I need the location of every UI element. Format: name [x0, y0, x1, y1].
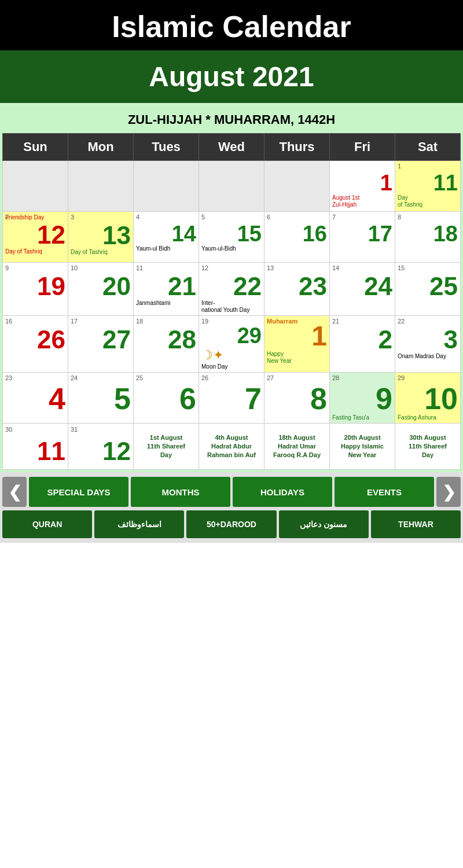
- date-sep4: 4: [5, 384, 65, 414]
- cell-sep6: 25 6: [134, 373, 199, 424]
- islamic-sep8: 27: [267, 374, 274, 381]
- cell-aug22: 12 22 Inter-national Youth Day: [199, 263, 264, 316]
- quran-link[interactable]: QURAN: [2, 510, 92, 538]
- cell-w6-wed-note: 4th AugustHadrat AbdurRahman bin Auf: [199, 424, 264, 470]
- masnoon-link[interactable]: مسنون دعائيں: [279, 510, 369, 538]
- hijri-month: ZUL-HIJJAH * MUHARRAM, 1442H: [2, 108, 461, 133]
- islamic-sep7: 26: [201, 374, 208, 381]
- months-button[interactable]: MONTHS: [131, 477, 230, 507]
- date-sep5: 5: [71, 384, 131, 414]
- cell-w6-mon: 31 12: [68, 424, 134, 470]
- date-aug26: 26: [5, 327, 65, 352]
- events-button[interactable]: EVENTS: [335, 477, 434, 507]
- event-aug29: Moon Day: [201, 363, 262, 370]
- date-sep2: 2: [332, 327, 392, 352]
- cell-sep5: 24 5: [68, 373, 134, 424]
- cell-w6-sun: 30 11: [3, 424, 68, 470]
- islamic-aug13: 3: [71, 214, 74, 220]
- cell-aug16: 6 16: [264, 212, 330, 263]
- day-header-wed: Wed: [199, 134, 264, 161]
- cell-aug19: 9 19: [3, 263, 68, 316]
- islamic-sep3: 22: [398, 318, 405, 325]
- islamic-aug22: 12: [201, 264, 208, 271]
- day-header-sun: Sun: [3, 134, 68, 161]
- date-sep3: 3: [398, 327, 458, 352]
- cell-w1-thu: [264, 161, 330, 212]
- islamic-aug18: 8: [398, 214, 401, 220]
- date-sep10: 10: [398, 384, 458, 414]
- date-aug20: 20: [71, 274, 131, 299]
- cell-aug25: 15 25: [395, 263, 461, 316]
- prev-arrow[interactable]: ❮: [2, 477, 27, 507]
- event-aug11-w1: Dayof Tashriq: [398, 194, 458, 208]
- date-sep1: 1: [267, 322, 327, 350]
- event-sep3: Onam Madras Day: [398, 353, 458, 360]
- islamic-sep2: 21: [332, 318, 339, 325]
- islamic-aug23: 13: [267, 264, 274, 271]
- islamic-aug25: 15: [398, 264, 405, 271]
- tehwar-link[interactable]: TEHWAR: [371, 510, 461, 538]
- day-header-fri: Fri: [330, 134, 395, 161]
- cell-aug29: 19 29 ☽✦ Moon Day: [199, 316, 264, 373]
- cell-aug26: 16 26: [3, 316, 68, 373]
- moon-icon: ☽✦: [201, 348, 262, 363]
- cell-w6-sat-note: 30th August11th ShareefDay: [395, 424, 461, 470]
- islamic-aug27: 17: [71, 318, 78, 325]
- date-sep6: 6: [136, 384, 196, 414]
- date-sep9: 9: [332, 384, 392, 414]
- event-aug1: August 1stZul-Hijjah: [332, 194, 392, 208]
- islamic-sep5: 24: [71, 374, 78, 381]
- nav-row: ❮ SPECIAL DAYS MONTHS HOLIDAYS EVENTS ❯: [2, 477, 461, 507]
- calendar-grid: Sun Mon Tues Wed Thurs Fri Sat 1 August …: [2, 133, 461, 470]
- islamic-aug28: 18: [136, 318, 143, 325]
- day-header-thurs: Thurs: [264, 134, 330, 161]
- date-aug28: 28: [136, 327, 196, 352]
- cell-aug17: 7 17: [330, 212, 395, 263]
- darood-link[interactable]: 50+DAROOD: [186, 510, 276, 538]
- date-aug22: 22: [201, 274, 262, 299]
- asma-link[interactable]: اسماءوظائف: [94, 510, 184, 538]
- cell-w1-mon: [68, 161, 134, 212]
- cell-aug28: 18 28: [134, 316, 199, 373]
- cell-sep9: 28 9 Fasting Tasu'a: [330, 373, 395, 424]
- date-aug18: 18: [398, 223, 458, 245]
- week-4: 16 26 17 27 18 28 19 29 ☽✦ Moon Day: [3, 316, 461, 373]
- next-arrow[interactable]: ❯: [436, 477, 461, 507]
- cell-aug21: 11 21 Janmashtami: [134, 263, 199, 316]
- date-aug1: 1: [332, 172, 392, 194]
- cell-aug15: 5 15 Yaum-ul-Bidh: [199, 212, 264, 263]
- cell-aug18: 8 18: [395, 212, 461, 263]
- date-w6-sun: 11: [5, 439, 65, 464]
- month-title: August 2021: [6, 61, 457, 93]
- cell-sep3: 22 3 Onam Madras Day: [395, 316, 461, 373]
- cell-sep7: 26 7: [199, 373, 264, 424]
- holidays-button[interactable]: HOLIDAYS: [233, 477, 332, 507]
- cell-aug20: 10 20: [68, 263, 134, 316]
- event-aug22: Inter-national Youth Day: [201, 300, 262, 314]
- cell-aug1: 1 August 1stZul-Hijjah: [330, 161, 395, 212]
- islamic-sep10: 29: [398, 374, 405, 381]
- islamic-aug11-w1: 1: [398, 163, 401, 170]
- date-aug17: 17: [332, 223, 392, 245]
- cell-aug27: 17 27: [68, 316, 134, 373]
- week-5: 23 4 24 5 25 6 26 7 27 8: [3, 373, 461, 424]
- cell-w1-tue: [134, 161, 199, 212]
- date-aug13: 13: [71, 223, 131, 248]
- cell-aug14: 4 14 Yaum-ul Bidh: [134, 212, 199, 263]
- islamic-sep4: 23: [5, 374, 12, 381]
- cell-w1-wed: [199, 161, 264, 212]
- date-aug29: 29: [201, 325, 262, 347]
- special-days-button[interactable]: SPECIAL DAYS: [29, 477, 128, 507]
- islamic-aug20: 10: [71, 264, 78, 271]
- cell-sep8: 27 8: [264, 373, 330, 424]
- date-aug14: 14: [136, 223, 196, 245]
- event-sep1: HappyNew Year: [267, 351, 327, 365]
- islamic-aug21: 11: [136, 264, 143, 271]
- date-aug21: 21: [136, 274, 196, 299]
- week-2: 2 Friendship Day 12 Day of Tashriq 3 13 …: [3, 212, 461, 263]
- note-w6-tue: 1st August11th ShareefDay: [147, 434, 185, 459]
- cell-w6-tue-note: 1st August11th ShareefDay: [134, 424, 199, 470]
- event-aug13: Day of Tashriq: [71, 249, 131, 256]
- app-header: Islamic Calendar: [0, 0, 463, 50]
- date-aug24: 24: [332, 274, 392, 299]
